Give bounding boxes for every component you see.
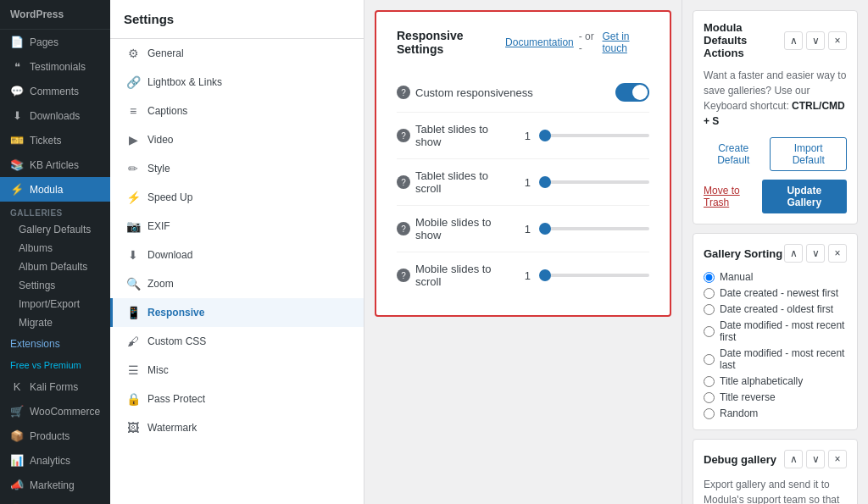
settings-panel-title: Settings bbox=[110, 0, 364, 39]
responsive-settings-title: Responsive Settings bbox=[397, 29, 505, 56]
tablet-show-slider[interactable] bbox=[539, 134, 649, 137]
sort-random-label: Random bbox=[720, 407, 758, 419]
sidebar-item-comments[interactable]: 💬 Comments bbox=[0, 79, 110, 103]
sidebar-item-woocommerce[interactable]: 🛒 WooCommerce bbox=[0, 399, 110, 424]
sidebar-item-extensions[interactable]: Extensions bbox=[0, 332, 110, 356]
sidebar-label-tickets: Tickets bbox=[30, 135, 62, 147]
general-icon: ⚙ bbox=[126, 47, 140, 60]
woo-icon: 🛒 bbox=[10, 405, 24, 418]
sort-modified-newest[interactable]: Date modified - most recent first bbox=[704, 319, 847, 343]
settings-nav-protect[interactable]: 🔒 Pass Protect bbox=[110, 385, 364, 413]
sort-random[interactable]: Random bbox=[704, 407, 847, 419]
sidebar-item-analytics[interactable]: 📊 Analytics bbox=[0, 448, 110, 473]
defaults-up-btn[interactable]: ∧ bbox=[784, 31, 803, 50]
documentation-link[interactable]: Documentation bbox=[505, 36, 574, 48]
debug-close-btn[interactable]: × bbox=[828, 450, 847, 468]
settings-nav-speedup[interactable]: ⚡ Speed Up bbox=[110, 183, 364, 212]
setting-control-tablet-scroll: 1 bbox=[514, 176, 649, 189]
defaults-down-btn[interactable]: ∨ bbox=[806, 31, 825, 50]
help-badge-tablet-scroll[interactable]: ? bbox=[397, 175, 410, 189]
get-in-touch-link[interactable]: Get in touch bbox=[603, 30, 650, 54]
sort-date-oldest[interactable]: Date created - oldest first bbox=[704, 303, 847, 315]
sidebar-item-modula[interactable]: ⚡ Modula bbox=[0, 177, 110, 202]
create-default-button[interactable]: Create Default bbox=[704, 137, 763, 171]
sidebar-item-downloads[interactable]: ⬇ Downloads bbox=[0, 103, 110, 128]
sorting-close-btn[interactable]: × bbox=[828, 244, 847, 263]
settings-nav-misc-label: Misc bbox=[147, 364, 169, 376]
sort-title-reverse[interactable]: Title reverse bbox=[704, 391, 847, 403]
sorting-controls: ∧ ∨ × bbox=[784, 244, 847, 263]
sorting-down-btn[interactable]: ∨ bbox=[806, 244, 825, 263]
mobile-show-slider[interactable] bbox=[539, 227, 649, 230]
settings-nav-responsive[interactable]: 📱 Responsive bbox=[110, 298, 364, 327]
settings-nav-watermark-label: Watermark bbox=[147, 422, 197, 434]
update-gallery-button[interactable]: Update Gallery bbox=[762, 180, 847, 213]
sidebar-sub-gallery-defaults[interactable]: Gallery Defaults bbox=[0, 220, 110, 239]
responsive-icon: 📱 bbox=[126, 306, 140, 319]
import-default-button[interactable]: Import Default bbox=[770, 137, 847, 171]
settings-nav-zoom[interactable]: 🔍 Zoom bbox=[110, 269, 364, 298]
help-badge-custom[interactable]: ? bbox=[397, 86, 410, 99]
mobile-scroll-slider[interactable] bbox=[539, 274, 649, 277]
move-to-trash-link[interactable]: Move to Trash bbox=[704, 185, 762, 208]
settings-nav-css[interactable]: 🖌 Custom CSS bbox=[110, 327, 364, 356]
mobile-show-value: 1 bbox=[514, 223, 531, 235]
debug-section: Debug gallery ∧ ∨ × Export gallery and s… bbox=[693, 439, 858, 504]
sort-title-alpha-radio[interactable] bbox=[704, 376, 715, 387]
sidebar-item-products[interactable]: 📦 Products bbox=[0, 424, 110, 448]
settings-nav-download[interactable]: ⬇ Download bbox=[110, 241, 364, 269]
tablet-scroll-value: 1 bbox=[514, 176, 531, 189]
defaults-section-title: Modula Defaults Actions bbox=[704, 21, 784, 59]
sort-date-newest[interactable]: Date created - newest first bbox=[704, 287, 847, 299]
sidebar-item-kali-forms[interactable]: K Kali Forms bbox=[0, 374, 110, 399]
right-panel: Modula Defaults Actions ∧ ∨ × Want a fas… bbox=[682, 0, 868, 504]
sort-manual[interactable]: Manual bbox=[704, 271, 847, 283]
sorting-radio-group: Manual Date created - newest first Date … bbox=[704, 271, 847, 419]
sidebar-sub-settings[interactable]: Settings bbox=[0, 276, 110, 295]
debug-header: Debug gallery ∧ ∨ × bbox=[704, 450, 847, 468]
settings-nav-misc[interactable]: ☰ Misc bbox=[110, 356, 364, 385]
sort-date-newest-radio[interactable] bbox=[704, 288, 715, 299]
sort-modified-newest-radio[interactable] bbox=[704, 326, 715, 337]
debug-down-btn[interactable]: ∨ bbox=[806, 450, 825, 468]
sort-date-oldest-radio[interactable] bbox=[704, 304, 715, 315]
sidebar-sub-album-defaults[interactable]: Album Defaults bbox=[0, 258, 110, 276]
speedup-icon: ⚡ bbox=[126, 191, 140, 204]
sidebar-item-pages[interactable]: 📄 Pages bbox=[0, 30, 110, 54]
sidebar-item-kb[interactable]: 📚 KB Articles bbox=[0, 152, 110, 177]
settings-nav-watermark[interactable]: 🖼 Watermark bbox=[110, 413, 364, 442]
settings-nav-general[interactable]: ⚙ General bbox=[110, 39, 364, 68]
tablet-scroll-slider[interactable] bbox=[539, 180, 649, 184]
sidebar-sub-import-export[interactable]: Import/Export bbox=[0, 295, 110, 313]
help-badge-mobile-show[interactable]: ? bbox=[397, 222, 410, 235]
sidebar-item-free-premium[interactable]: Free vs Premium bbox=[0, 356, 110, 374]
settings-nav-video[interactable]: ▶ Video bbox=[110, 125, 364, 154]
help-badge-tablet-show[interactable]: ? bbox=[397, 129, 410, 142]
sidebar-item-appearance[interactable]: 🎨 Appearance bbox=[0, 497, 110, 504]
sorting-up-btn[interactable]: ∧ bbox=[784, 244, 803, 263]
sidebar-item-testimonials[interactable]: ❝ Testimonials bbox=[0, 54, 110, 79]
downloads-icon: ⬇ bbox=[10, 109, 24, 122]
sort-modified-oldest-radio[interactable] bbox=[704, 354, 715, 365]
settings-nav-captions[interactable]: ≡ Captions bbox=[110, 97, 364, 125]
settings-nav-lightbox[interactable]: 🔗 Lightbox & Links bbox=[110, 68, 364, 97]
sort-random-radio[interactable] bbox=[704, 408, 715, 419]
sidebar-item-marketing[interactable]: 📣 Marketing bbox=[0, 473, 110, 497]
sort-title-reverse-radio[interactable] bbox=[704, 392, 715, 403]
defaults-close-btn[interactable]: × bbox=[828, 31, 847, 50]
sidebar-sub-migrate[interactable]: Migrate bbox=[0, 313, 110, 332]
defaults-action-buttons: Create Default Import Default bbox=[704, 137, 847, 171]
settings-nav-exif[interactable]: 📷 EXIF bbox=[110, 212, 364, 241]
settings-nav-style-label: Style bbox=[147, 163, 170, 174]
settings-nav-style[interactable]: ✏ Style bbox=[110, 154, 364, 183]
sort-manual-radio[interactable] bbox=[704, 272, 715, 283]
sort-title-alpha[interactable]: Title alphabetically bbox=[704, 375, 847, 387]
custom-responsiveness-toggle[interactable] bbox=[615, 83, 649, 102]
sidebar-item-tickets[interactable]: 🎫 Tickets bbox=[0, 128, 110, 152]
sort-modified-oldest[interactable]: Date modified - most recent last bbox=[704, 347, 847, 371]
settings-nav-download-label: Download bbox=[147, 249, 192, 261]
sidebar-sub-albums[interactable]: Albums bbox=[0, 239, 110, 258]
debug-up-btn[interactable]: ∧ bbox=[784, 450, 803, 468]
help-badge-mobile-scroll[interactable]: ? bbox=[397, 269, 410, 282]
captions-icon: ≡ bbox=[126, 104, 140, 118]
